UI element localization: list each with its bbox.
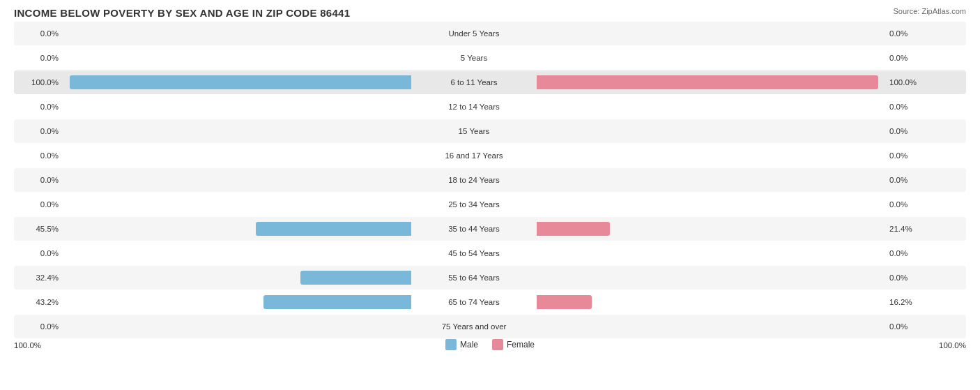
left-bar-area	[63, 320, 411, 333]
right-bar-area	[537, 149, 885, 163]
left-bar-area	[63, 271, 411, 285]
left-bar-area	[63, 222, 411, 236]
row-label: 25 to 34 Years	[411, 200, 537, 209]
left-bar-area	[63, 149, 411, 163]
right-bar	[537, 222, 610, 236]
right-value: 0.0%	[885, 103, 934, 111]
left-bar	[263, 295, 411, 309]
chart-row: 0.0% 45 to 54 Years 0.0%	[14, 241, 966, 265]
chart-footer: 100.0% 100.0%	[14, 341, 966, 350]
left-value: 0.0%	[14, 249, 63, 257]
right-value: 0.0%	[885, 322, 934, 331]
right-value: 0.0%	[885, 127, 934, 135]
right-value: 100.0%	[885, 78, 934, 87]
left-value: 0.0%	[14, 127, 63, 135]
footer-right: 100.0%	[939, 341, 966, 350]
chart-row: 43.2% 65 to 74 Years 16.2%	[14, 290, 966, 314]
chart-row: 45.5% 35 to 44 Years 21.4%	[14, 217, 966, 241]
row-label: 12 to 14 Years	[411, 103, 537, 111]
right-bar-area	[537, 27, 885, 40]
row-label: 18 to 24 Years	[411, 176, 537, 184]
row-label: 55 to 64 Years	[411, 273, 537, 282]
chart-row: 32.4% 55 to 64 Years 0.0%	[14, 266, 966, 290]
row-label: Under 5 Years	[411, 29, 537, 38]
row-label: 16 and 17 Years	[411, 151, 537, 160]
right-value: 0.0%	[885, 176, 934, 184]
left-value: 0.0%	[14, 322, 63, 331]
left-bar-area	[63, 124, 411, 138]
right-bar-area	[537, 295, 885, 309]
left-bar-area	[63, 295, 411, 309]
left-value: 0.0%	[14, 54, 63, 62]
left-bar-area	[63, 173, 411, 187]
right-value: 0.0%	[885, 273, 934, 282]
right-bar	[537, 75, 878, 89]
right-value: 0.0%	[885, 29, 934, 38]
row-label: 15 Years	[411, 127, 537, 135]
left-value: 0.0%	[14, 151, 63, 160]
left-bar-area	[63, 75, 411, 89]
left-value: 0.0%	[14, 29, 63, 38]
right-bar-area	[537, 222, 885, 236]
left-value: 45.5%	[14, 225, 63, 233]
left-value: 0.0%	[14, 103, 63, 111]
left-bar-area	[63, 27, 411, 40]
row-label: 45 to 54 Years	[411, 249, 537, 257]
right-bar-area	[537, 124, 885, 138]
left-bar-area	[63, 51, 411, 65]
left-bar-area	[63, 246, 411, 260]
chart-container: INCOME BELOW POVERTY BY SEX AND AGE IN Z…	[0, 0, 980, 390]
chart-row: 0.0% 18 to 24 Years 0.0%	[14, 168, 966, 192]
right-bar-area	[537, 246, 885, 260]
right-bar-area	[537, 100, 885, 114]
left-value: 0.0%	[14, 176, 63, 184]
left-bar-area	[63, 197, 411, 211]
chart-row: 0.0% 75 Years and over 0.0%	[14, 315, 966, 338]
right-value: 0.0%	[885, 249, 934, 257]
right-bar-area	[537, 197, 885, 211]
source-label: Source: ZipAtlas.com	[893, 7, 966, 15]
chart-row: 0.0% 12 to 14 Years 0.0%	[14, 95, 966, 119]
right-bar-area	[537, 51, 885, 65]
right-value: 0.0%	[885, 200, 934, 209]
chart-row: 0.0% 5 Years 0.0%	[14, 46, 966, 70]
left-bar	[256, 222, 411, 236]
row-label: 35 to 44 Years	[411, 225, 537, 233]
left-value: 32.4%	[14, 273, 63, 282]
chart-row: 100.0% 6 to 11 Years 100.0%	[14, 70, 966, 94]
right-bar	[537, 295, 592, 309]
chart-area: 0.0% Under 5 Years 0.0% 0.0% 5 Years 0.0…	[14, 22, 966, 335]
left-bar	[300, 271, 411, 285]
right-value: 16.2%	[885, 298, 934, 306]
left-bar-area	[63, 100, 411, 114]
row-label: 65 to 74 Years	[411, 298, 537, 306]
left-value: 0.0%	[14, 200, 63, 209]
left-bar	[70, 75, 411, 89]
chart-row: 0.0% 25 to 34 Years 0.0%	[14, 193, 966, 216]
right-value: 21.4%	[885, 225, 934, 233]
chart-title: INCOME BELOW POVERTY BY SEX AND AGE IN Z…	[14, 7, 966, 19]
right-bar-area	[537, 320, 885, 333]
row-label: 75 Years and over	[411, 322, 537, 331]
chart-row: 0.0% 15 Years 0.0%	[14, 119, 966, 143]
right-bar-area	[537, 75, 885, 89]
right-bar-area	[537, 173, 885, 187]
left-value: 100.0%	[14, 78, 63, 87]
row-label: 6 to 11 Years	[411, 78, 537, 87]
row-label: 5 Years	[411, 54, 537, 62]
left-value: 43.2%	[14, 298, 63, 306]
right-value: 0.0%	[885, 54, 934, 62]
chart-row: 0.0% 16 and 17 Years 0.0%	[14, 144, 966, 167]
footer-left: 100.0%	[14, 341, 41, 350]
right-bar-area	[537, 271, 885, 285]
right-value: 0.0%	[885, 151, 934, 160]
chart-row: 0.0% Under 5 Years 0.0%	[14, 22, 966, 45]
